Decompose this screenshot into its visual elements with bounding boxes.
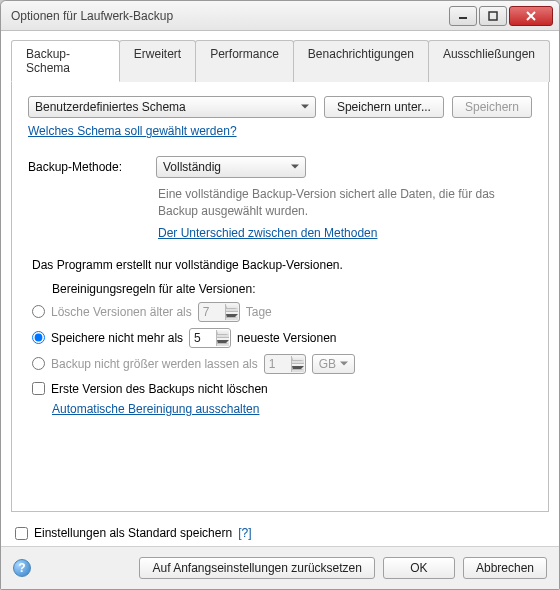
schema-row: Benutzerdefiniertes Schema Speichern unt…: [28, 96, 532, 118]
save-button[interactable]: Speichern: [452, 96, 532, 118]
rule-size-unit: GB: [319, 357, 336, 371]
ok-button[interactable]: OK: [383, 557, 455, 579]
body-area: Das Programm erstellt nur vollständige B…: [28, 258, 532, 416]
rule-size-radio[interactable]: [32, 357, 45, 370]
tab-panel: Benutzerdefiniertes Schema Speichern unt…: [11, 82, 549, 512]
bottom-bar: ? Auf Anfangseinstellungen zurücksetzen …: [1, 546, 559, 589]
rule-older-radio[interactable]: [32, 305, 45, 318]
maximize-button[interactable]: [479, 6, 507, 26]
tab-backup-schema[interactable]: Backup-Schema: [11, 40, 120, 82]
reset-button[interactable]: Auf Anfangseinstellungen zurücksetzen: [139, 557, 374, 579]
method-description: Eine vollständige Backup-Version sichert…: [158, 186, 532, 220]
rule-size-number: 1: [269, 357, 276, 371]
svg-rect-1: [489, 12, 497, 20]
body-heading: Das Programm erstellt nur vollständige B…: [32, 258, 532, 272]
save-as-button[interactable]: Speichern unter...: [324, 96, 444, 118]
rule-keep-spinner[interactable]: [216, 330, 229, 346]
auto-clean-off-link[interactable]: Automatische Bereinigung ausschalten: [52, 402, 259, 416]
help-icon[interactable]: ?: [13, 559, 31, 577]
titlebar: Optionen für Laufwerk-Backup: [1, 1, 559, 31]
rule-keep-value[interactable]: 5: [189, 328, 231, 348]
rule-keep-number: 5: [194, 331, 201, 345]
rule-older-spinner[interactable]: [225, 304, 238, 320]
window-title: Optionen für Laufwerk-Backup: [11, 9, 449, 23]
rule-size-row: Backup nicht größer werden lassen als 1 …: [32, 354, 532, 374]
rule-older-row: Lösche Versionen älter als 7 Tage: [32, 302, 532, 322]
rule-first-checkbox[interactable]: [32, 382, 45, 395]
rule-keep-row: Speichere nicht mehr als 5 neueste Versi…: [32, 328, 532, 348]
rule-keep-pre: Speichere nicht mehr als: [51, 331, 183, 345]
save-default-checkbox[interactable]: [15, 527, 28, 540]
rule-older-number: 7: [203, 305, 210, 319]
rule-older-pre: Lösche Versionen älter als: [51, 305, 192, 319]
tab-notifications[interactable]: Benachrichtigungen: [293, 40, 429, 82]
rule-keep-post: neueste Versionen: [237, 331, 336, 345]
method-diff-link[interactable]: Der Unterschied zwischen den Methoden: [158, 226, 377, 240]
rule-older-post: Tage: [246, 305, 272, 319]
rule-size-pre: Backup nicht größer werden lassen als: [51, 357, 258, 371]
which-schema-link[interactable]: Welches Schema soll gewählt werden?: [28, 124, 237, 138]
footer-check-row: Einstellungen als Standard speichern [?]: [15, 526, 545, 540]
method-row: Backup-Methode: Vollständig: [28, 156, 532, 178]
tab-advanced[interactable]: Erweitert: [119, 40, 196, 82]
tab-strip: Backup-Schema Erweitert Performance Bena…: [11, 39, 549, 82]
rule-keep-radio[interactable]: [32, 331, 45, 344]
rule-size-unit-select[interactable]: GB: [312, 354, 355, 374]
rule-older-value[interactable]: 7: [198, 302, 240, 322]
rules-label: Bereinigungsregeln für alte Versionen:: [52, 282, 532, 296]
save-default-help[interactable]: [?]: [238, 526, 251, 540]
rule-first-row: Erste Version des Backups nicht löschen: [32, 382, 532, 396]
method-label: Backup-Methode:: [28, 160, 148, 174]
tab-performance[interactable]: Performance: [195, 40, 294, 82]
schema-select-value: Benutzerdefiniertes Schema: [35, 100, 186, 114]
window-controls: [449, 6, 553, 26]
rule-size-value[interactable]: 1: [264, 354, 306, 374]
rule-first-label: Erste Version des Backups nicht löschen: [51, 382, 268, 396]
cancel-button[interactable]: Abbrechen: [463, 557, 547, 579]
rule-size-spinner[interactable]: [291, 356, 304, 372]
minimize-button[interactable]: [449, 6, 477, 26]
schema-select[interactable]: Benutzerdefiniertes Schema: [28, 96, 316, 118]
tab-exclusions[interactable]: Ausschließungen: [428, 40, 550, 82]
save-default-label: Einstellungen als Standard speichern: [34, 526, 232, 540]
method-select-value: Vollständig: [163, 160, 221, 174]
close-button[interactable]: [509, 6, 553, 26]
dialog-window: Optionen für Laufwerk-Backup Backup-Sche…: [0, 0, 560, 590]
method-select[interactable]: Vollständig: [156, 156, 306, 178]
